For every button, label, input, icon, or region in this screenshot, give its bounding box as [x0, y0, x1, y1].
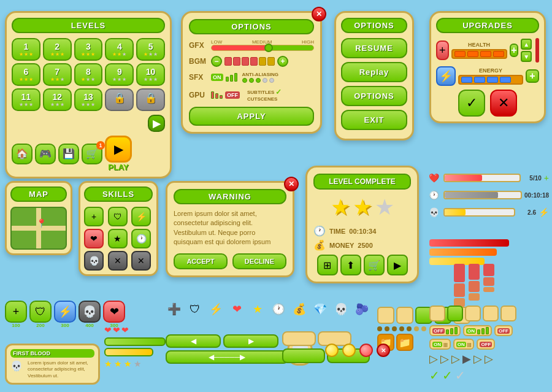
tan-btn-3[interactable] [282, 348, 325, 363]
cart-icon-btn[interactable]: 🛒 1 [82, 144, 102, 164]
cancel-btn[interactable]: ✕ [490, 90, 517, 117]
lc-play-btn[interactable]: ▶ [387, 255, 408, 275]
gpu-off-tag[interactable]: OFF [225, 91, 240, 99]
level-btn-1[interactable]: 1★★★ [12, 38, 40, 61]
level-btn-8[interactable]: 8★★★ [74, 63, 103, 86]
orb-close-1[interactable]: ✕ [377, 344, 390, 357]
aa-dot-3[interactable] [256, 78, 261, 83]
powerup-skull-icon[interactable]: 💀 [79, 301, 101, 323]
health-scroll-down[interactable]: ▼ [521, 51, 532, 62]
gamepad-icon-btn[interactable]: 🎮 [35, 144, 56, 164]
replay-btn[interactable]: Replay [341, 62, 407, 82]
item-clock-icon[interactable]: 🕐 [270, 301, 287, 318]
options-btn[interactable]: OPTIONS [341, 86, 407, 106]
orb-red-1[interactable] [359, 344, 373, 357]
skill-btn-clock[interactable]: 🕐 [131, 229, 151, 248]
health-upgrade-plus[interactable]: + [510, 44, 519, 57]
gfx-slider-track[interactable] [211, 45, 314, 51]
item-shield-icon[interactable]: 🛡 [186, 301, 204, 318]
resume-btn[interactable]: RESUME [341, 38, 407, 58]
toggle-off-1[interactable]: OFF [429, 325, 461, 336]
skill-btn-x2[interactable]: ✕ [131, 251, 151, 271]
item-lightning-icon[interactable]: ⚡ [207, 301, 224, 318]
toggle-off-3[interactable]: OFF [477, 339, 495, 350]
level-btn-4[interactable]: 4★★★ [105, 38, 134, 61]
item-skull2-icon[interactable]: 💀 [332, 301, 350, 318]
skill-btn-lightning[interactable]: ⚡ [131, 207, 151, 226]
toggle-on-3[interactable]: ON||| [453, 339, 475, 350]
aa-dot-1[interactable] [242, 78, 247, 83]
health-scroll-up[interactable]: ▲ [521, 39, 532, 50]
item-coin-icon[interactable]: 💰 [291, 301, 308, 318]
book-2[interactable]: 📁 [396, 334, 413, 351]
lc-grid-btn[interactable]: ⊞ [317, 255, 338, 275]
orb-yellow-1[interactable] [325, 344, 339, 357]
powerup-shield-icon[interactable]: 🛡 [29, 301, 52, 323]
levels-next-arrow[interactable]: ▶ [148, 115, 165, 132]
warning-close-btn[interactable]: ✕ [284, 177, 299, 191]
item-slot-1[interactable] [429, 306, 445, 321]
toggle-on-1[interactable]: ON [463, 325, 492, 336]
gfx-slider-thumb[interactable] [264, 44, 273, 52]
apply-btn[interactable]: APPLY [189, 107, 314, 126]
decline-btn[interactable]: DECLINE [232, 253, 286, 269]
aa-dot-4[interactable] [263, 78, 267, 83]
lc-cart-btn[interactable]: 🛒 [364, 255, 385, 275]
skill-btn-x1[interactable]: ✕ [108, 251, 128, 271]
item-blob-icon[interactable]: 🫐 [353, 301, 370, 318]
nav-arrow-right-1[interactable]: ▶ [223, 334, 278, 348]
skill-btn-star[interactable]: ★ [108, 229, 128, 248]
aa-dot-5[interactable] [269, 78, 274, 83]
hud-lightning-icon[interactable]: ⚡ [539, 207, 549, 217]
level-btn-3[interactable]: 3★★★ [74, 38, 103, 61]
skill-btn-heart[interactable]: ❤ [84, 229, 104, 248]
level-btn-7[interactable]: 7★★★ [43, 63, 72, 86]
hud-plus-icon[interactable]: + [544, 173, 549, 183]
skill-btn-plus[interactable]: + [84, 207, 104, 226]
confirm-btn[interactable]: ✓ [458, 90, 485, 117]
item-box-2[interactable] [396, 307, 413, 324]
powerup-heart-icon[interactable]: ❤ [103, 301, 125, 323]
level-btn-13[interactable]: 13★★★ [74, 88, 103, 111]
level-btn-6[interactable]: 6★★★ [12, 63, 40, 86]
item-slot-3[interactable] [465, 306, 481, 321]
item-slot-2[interactable] [447, 306, 463, 321]
exit-btn[interactable]: EXIT [341, 110, 407, 130]
level-btn-11[interactable]: 11★★★ [12, 88, 40, 111]
level-btn-10[interactable]: 10★★★ [136, 63, 165, 86]
nav-arrow-left-2[interactable]: ◀─────▶ [166, 350, 288, 364]
powerup-plus-icon[interactable]: + [5, 301, 27, 323]
skill-btn-shield[interactable]: 🛡 [108, 207, 128, 226]
level-btn-5[interactable]: 5★★★ [136, 38, 165, 61]
accept-btn[interactable]: ACCEPT [174, 253, 228, 269]
subtitles-checkmark[interactable]: ✓ [275, 88, 282, 96]
level-btn-12[interactable]: 12★★★ [43, 88, 72, 111]
aa-dot-2[interactable] [249, 78, 254, 83]
save-icon-btn[interactable]: 💾 [58, 144, 79, 164]
tan-btn-1[interactable] [282, 331, 316, 346]
item-gem-icon[interactable]: 💎 [312, 301, 329, 318]
sfx-on-tag[interactable]: ON [211, 74, 223, 81]
energy-upgrade-plus[interactable]: + [526, 69, 539, 83]
item-star-icon[interactable]: ★ [249, 301, 266, 318]
nav-arrow-left-1[interactable]: ◀ [166, 334, 221, 348]
bgm-plus-btn[interactable]: + [277, 56, 288, 67]
bgm-minus-btn[interactable]: − [211, 56, 222, 67]
gfx-slider[interactable]: LOW MEDIUM HIGH [211, 39, 314, 51]
orb-yellow-2[interactable] [342, 344, 356, 357]
toggle-off-2[interactable]: OFF [494, 325, 513, 336]
lc-share-btn[interactable]: ⬆ [340, 255, 361, 275]
level-btn-9[interactable]: 9★★★ [105, 63, 134, 86]
home-icon-btn[interactable]: 🏠 [12, 144, 33, 164]
options-close-btn[interactable]: ✕ [312, 7, 326, 21]
item-heart-icon[interactable]: ❤ [228, 301, 245, 318]
play-btn-large[interactable]: ▶ [105, 136, 132, 163]
item-box-1[interactable] [377, 307, 394, 324]
toggle-on-2[interactable]: ON||| [429, 339, 451, 350]
item-slot-5[interactable] [500, 306, 516, 321]
skill-btn-skull[interactable]: 💀 [84, 251, 104, 271]
powerup-energy-icon[interactable]: ⚡ [54, 301, 76, 323]
item-slot-4[interactable] [483, 306, 499, 321]
level-btn-2[interactable]: 2★★★ [43, 38, 72, 61]
item-plus-icon[interactable]: ➕ [166, 301, 183, 318]
